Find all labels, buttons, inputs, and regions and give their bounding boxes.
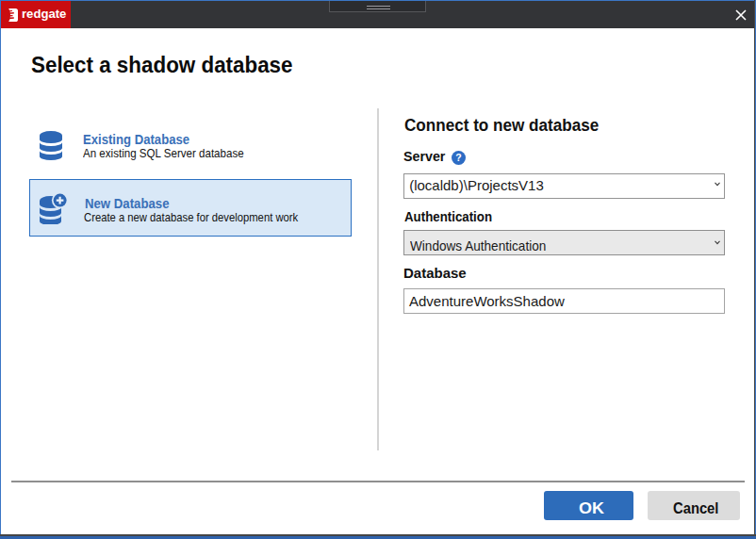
svg-text:?: ? — [455, 152, 461, 163]
